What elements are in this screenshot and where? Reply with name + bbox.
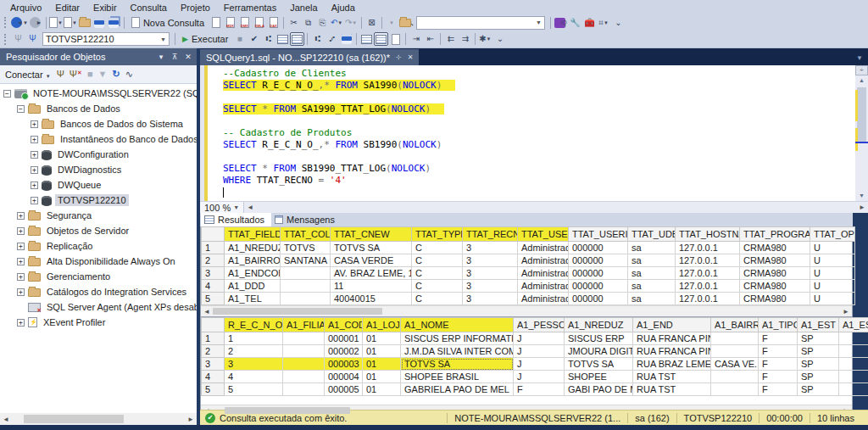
grid-cell[interactable]: 000003 bbox=[325, 358, 363, 371]
grid-cell[interactable]: TOTVS SA bbox=[401, 358, 514, 371]
menu-janela[interactable]: Janela bbox=[283, 2, 324, 14]
grid-cell[interactable]: CASA VERDE bbox=[331, 254, 412, 267]
chevron-down-icon[interactable]: ▼ bbox=[536, 20, 542, 25]
refresh-icon[interactable]: ↻ bbox=[112, 70, 120, 79]
chevron-down-icon[interactable]: ▼ bbox=[352, 20, 357, 25]
column-header-ttat_type[interactable]: TTAT_TYPE bbox=[412, 227, 463, 242]
copy-icon[interactable]: ⧉ bbox=[301, 16, 315, 30]
grid-cell[interactable] bbox=[839, 332, 868, 345]
tree-item-xevent[interactable]: +XEvent Profiler bbox=[0, 315, 197, 330]
grid-cell[interactable]: sa bbox=[628, 254, 676, 267]
grid-cell[interactable]: J bbox=[514, 358, 565, 371]
expand-icon[interactable]: + bbox=[31, 151, 38, 159]
navigate-forward-icon[interactable]: ► bbox=[29, 16, 43, 30]
row-number-cell[interactable]: 4 bbox=[202, 371, 225, 383]
grid-cell[interactable] bbox=[281, 267, 331, 280]
comment-icon[interactable]: ⇥ bbox=[409, 32, 423, 46]
grid-cell[interactable]: CRMA980 bbox=[740, 254, 810, 267]
grid-cell[interactable]: RUA BRAZ LEME, ... bbox=[633, 358, 711, 371]
tab-overflow-icon[interactable]: ▼ bbox=[856, 54, 868, 65]
grid-cell[interactable]: 3 bbox=[225, 358, 283, 371]
grid-cell[interactable]: sa bbox=[628, 242, 676, 254]
tree-item-sql[interactable]: SQL Server Agent (Agent XPs desabilitado… bbox=[0, 299, 197, 315]
row-number-cell[interactable]: 4 bbox=[202, 280, 225, 293]
grid-cell[interactable] bbox=[839, 371, 868, 383]
grid-cell[interactable]: J.M.DA SILVA INTER COM LTDA bbox=[401, 345, 514, 358]
grid-cell[interactable]: J bbox=[514, 345, 565, 358]
grid-cell[interactable]: Administrador bbox=[518, 254, 569, 267]
collapse-icon[interactable]: − bbox=[3, 90, 11, 98]
expand-icon[interactable]: + bbox=[17, 288, 25, 296]
tree-item-seguranc-a[interactable]: +Segurança bbox=[0, 208, 197, 223]
tree-item-instanta-neos[interactable]: +Instantâneos do Banco de Dados bbox=[0, 131, 197, 147]
grid-cell[interactable]: CASA VE... bbox=[711, 358, 759, 371]
results-to-text-icon[interactable] bbox=[359, 32, 374, 46]
editor-code-area[interactable]: --Cadastro de ClientesSELECT R_E_C_N_O_,… bbox=[220, 65, 855, 201]
column-header-ttat_userid[interactable]: TTAT_USERID bbox=[569, 227, 628, 242]
code-line-11[interactable] bbox=[220, 187, 855, 198]
save-all-icon[interactable] bbox=[107, 16, 121, 30]
grid-cell[interactable]: 01 bbox=[363, 345, 401, 358]
grid2-horizontal-scrollbar[interactable]: ◄ ► bbox=[201, 405, 852, 416]
tree-item-note-moura-mssqlserver22[interactable]: −NOTE-MOURA\MSSQLSERVER22 (SQL Server 16… bbox=[0, 86, 197, 101]
grid-cell[interactable]: GABI PAO DE M... bbox=[565, 383, 633, 396]
live-stats-icon[interactable]: ⑇ bbox=[325, 32, 339, 46]
grid-cell[interactable]: U bbox=[810, 267, 855, 280]
grid-cell[interactable]: SISCUS ERP bbox=[565, 332, 633, 345]
grid-cell[interactable] bbox=[283, 332, 325, 345]
code-line-8[interactable] bbox=[220, 151, 855, 163]
scroll-left-icon[interactable]: ◄ bbox=[0, 416, 12, 423]
grid-cell[interactable]: A1_NREDUZ bbox=[225, 242, 281, 254]
disabled-dropdown-icon[interactable]: ▼ bbox=[385, 16, 399, 30]
scroll-right-icon[interactable]: ► bbox=[856, 204, 868, 211]
menu-ajuda[interactable]: Ajuda bbox=[325, 2, 362, 14]
grid-cell[interactable]: U bbox=[810, 254, 855, 267]
grid-cell[interactable]: SP bbox=[798, 332, 839, 345]
grid-cell[interactable] bbox=[283, 358, 325, 371]
grid-cell[interactable]: F bbox=[759, 332, 798, 345]
grid-cell[interactable]: 127.0.0.1 bbox=[676, 267, 740, 280]
expand-icon[interactable]: + bbox=[31, 181, 38, 189]
dmx-query-icon[interactable]: DMX bbox=[237, 16, 252, 30]
grid-cell[interactable]: 000005 bbox=[325, 383, 363, 396]
grid-cell[interactable]: SP bbox=[798, 358, 839, 371]
grid-cell[interactable]: 3 bbox=[463, 280, 518, 293]
collapse-icon[interactable]: − bbox=[17, 105, 25, 113]
tree-item-bancos[interactable]: −Bancos de Dados bbox=[0, 101, 197, 116]
code-line-4[interactable]: SELECT * FROM SA1990_TTAT_LOG(NOLOCK) bbox=[220, 103, 855, 115]
sql-extension-icon[interactable]: IQ bbox=[554, 16, 568, 30]
grid-cell[interactable]: 127.0.0.1 bbox=[676, 242, 740, 254]
chevron-down-icon[interactable]: ▼ bbox=[337, 20, 342, 25]
row-number-cell[interactable]: 3 bbox=[202, 267, 225, 280]
grid-cell[interactable]: CRMA980 bbox=[740, 280, 810, 293]
client-stats-icon[interactable] bbox=[339, 32, 353, 46]
grid-cell[interactable]: 01 bbox=[363, 332, 401, 345]
grid-cell[interactable]: C bbox=[412, 242, 463, 254]
query-options-icon[interactable] bbox=[275, 32, 290, 46]
grid1-horizontal-scrollbar[interactable]: ◄ ► bbox=[201, 305, 852, 316]
chevron-down-icon[interactable]: ▼ bbox=[58, 20, 63, 25]
connect-plug-icon[interactable]: Ψ bbox=[57, 70, 64, 79]
grid-cell[interactable]: 000000 bbox=[569, 280, 628, 293]
tree-item-dwconfiguration[interactable]: +DWConfiguration bbox=[0, 147, 197, 162]
grid-cell[interactable]: RUA TST bbox=[633, 383, 711, 396]
grid-cell[interactable]: A1_DDD bbox=[225, 280, 281, 293]
grid-cell[interactable]: SANTANA bbox=[281, 254, 331, 267]
scroll-down-icon[interactable]: ▼ bbox=[855, 191, 868, 201]
menu-consulta[interactable]: Consulta bbox=[124, 2, 174, 14]
grid-cell[interactable]: 000000 bbox=[569, 254, 628, 267]
grid-cell[interactable]: GABRIELA PAO DE MEL bbox=[401, 383, 514, 396]
column-header-a1_loja[interactable]: A1_LOJA bbox=[363, 318, 401, 332]
expand-icon[interactable]: + bbox=[31, 120, 38, 128]
expand-icon[interactable]: + bbox=[31, 197, 38, 204]
grid-cell[interactable]: 3 bbox=[463, 254, 518, 267]
grid-cell[interactable]: F bbox=[759, 383, 798, 396]
tree-item-alta[interactable]: +Alta Disponibilidade Always On bbox=[0, 254, 197, 269]
menu-arquivo[interactable]: Arquivo bbox=[3, 2, 48, 14]
column-header-a1_nome[interactable]: A1_NOME bbox=[401, 318, 514, 332]
column-header-a1_bairro[interactable]: A1_BAIRRO bbox=[711, 318, 759, 332]
code-line-10[interactable]: WHERE TTAT_RECNO = '4' bbox=[220, 175, 855, 187]
tree-item-cata-logos[interactable]: +Catálogos do Integration Services bbox=[0, 284, 197, 299]
column-header-a1_esta[interactable]: A1_ESTA bbox=[839, 318, 868, 332]
tab-pin-icon[interactable]: ⊹ bbox=[396, 53, 402, 61]
